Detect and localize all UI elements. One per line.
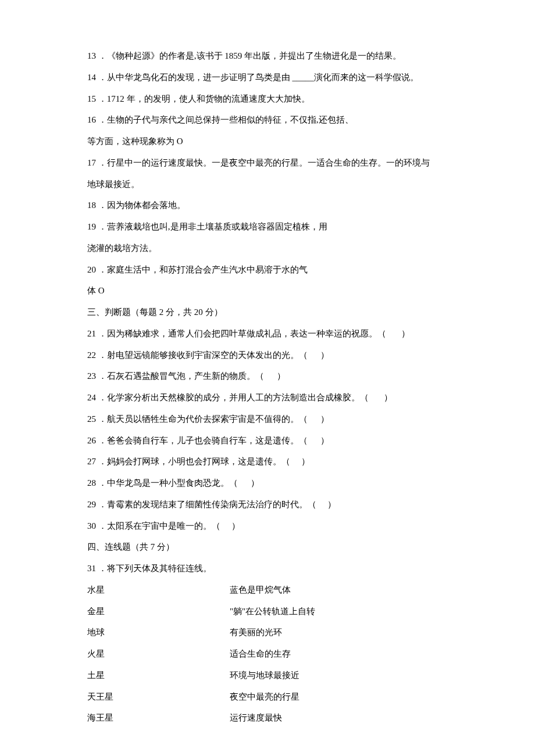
match-row: 水星 蓝色是甲烷气体 [87, 579, 448, 601]
question-21: 21 ．因为稀缺难求，通常人们会把四叶草做成礼品，表达一种幸运的祝愿。（ ） [87, 323, 448, 345]
question-17: 17 ．行星中一的运行速度最快。一是夜空中最亮的行星。一适合生命的生存。一的环境… [87, 152, 448, 174]
question-31: 31 ．将下列天体及其特征连线。 [87, 558, 448, 579]
question-14: 14 ．从中华龙鸟化石的发现，进一步证明了鸟类是由 _____演化而来的这一科学… [87, 67, 448, 88]
question-29: 29 ．青霉素的发现结束了细菌性传染病无法治疗的时代。（ ） [87, 494, 448, 515]
question-20: 20 ．家庭生活中，和苏打混合会产生汽水中易溶于水的气 [87, 259, 448, 281]
question-16-cont: 等方面，这种现象称为 O [87, 131, 448, 152]
match-right: "躺"在公转轨道上自转 [230, 601, 448, 622]
match-left: 地球 [87, 622, 230, 643]
question-26: 26 ．爸爸会骑自行车，儿子也会骑自行车，这是遗传。（ ） [87, 430, 448, 452]
match-right: 环境与地球最接近 [230, 665, 448, 686]
match-right: 夜空中最亮的行星 [230, 686, 448, 708]
match-left: 金星 [87, 601, 230, 622]
match-row: 金星 "躺"在公转轨道上自转 [87, 601, 448, 622]
question-25: 25 ．航天员以牺牲生命为代价去探索宇宙是不值得的。（ ） [87, 409, 448, 430]
section-3-header: 三、判断题（每题 2 分，共 20 分） [87, 302, 448, 323]
question-19: 19 ．营养液栽培也叫,是用非土壤基质或栽培容器固定植株，用 [87, 216, 448, 238]
question-19-cont: 浇灌的栽培方法。 [87, 238, 448, 259]
match-right: 蓝色是甲烷气体 [230, 579, 448, 601]
match-row: 天王星 夜空中最亮的行星 [87, 686, 448, 708]
question-18: 18 ．因为物体都会落地。 [87, 195, 448, 216]
match-row: 地球 有美丽的光环 [87, 622, 448, 643]
match-right: 适合生命的生存 [230, 643, 448, 665]
question-13: 13 ．《物种起源》的作者是,该书于 1859 年出版，并提出了生物进化是一的结… [87, 45, 448, 67]
match-row: 土星 环境与地球最接近 [87, 665, 448, 686]
question-24: 24 ．化学家分析出天然橡胶的成分，并用人工的方法制造出合成橡胶。（ ） [87, 387, 448, 409]
match-left: 天王星 [87, 686, 230, 708]
question-23: 23 ．石灰石遇盐酸冒气泡，产生新的物质。（ ） [87, 366, 448, 387]
question-20-cont: 体 O [87, 280, 448, 302]
match-left: 火星 [87, 643, 230, 665]
question-30: 30 ．太阳系在宇宙中是唯一的。（ ） [87, 515, 448, 537]
question-27: 27 ．妈妈会打网球，小明也会打网球，这是遗传。（ ） [87, 451, 448, 472]
match-row: 海王星 运行速度最快 [87, 707, 448, 729]
match-left: 海王星 [87, 707, 230, 729]
question-22: 22 ．射电望远镜能够接收到宇宙深空的天体发出的光。（ ） [87, 345, 448, 366]
match-left: 土星 [87, 665, 230, 686]
question-17-cont: 地球最接近。 [87, 174, 448, 195]
section-4-header: 四、连线题（共 7 分） [87, 536, 448, 558]
question-16: 16 ．生物的子代与亲代之间总保持一些相似的特征，不仅指,还包括、 [87, 109, 448, 131]
match-left: 水星 [87, 579, 230, 601]
match-row: 火星 适合生命的生存 [87, 643, 448, 665]
question-28: 28 ．中华龙鸟是一种小型食肉恐龙。（ ） [87, 472, 448, 494]
match-right: 有美丽的光环 [230, 622, 448, 643]
match-right: 运行速度最快 [230, 707, 448, 729]
question-15: 15 ．1712 年，的发明，使人和货物的流通速度大大加快。 [87, 88, 448, 110]
